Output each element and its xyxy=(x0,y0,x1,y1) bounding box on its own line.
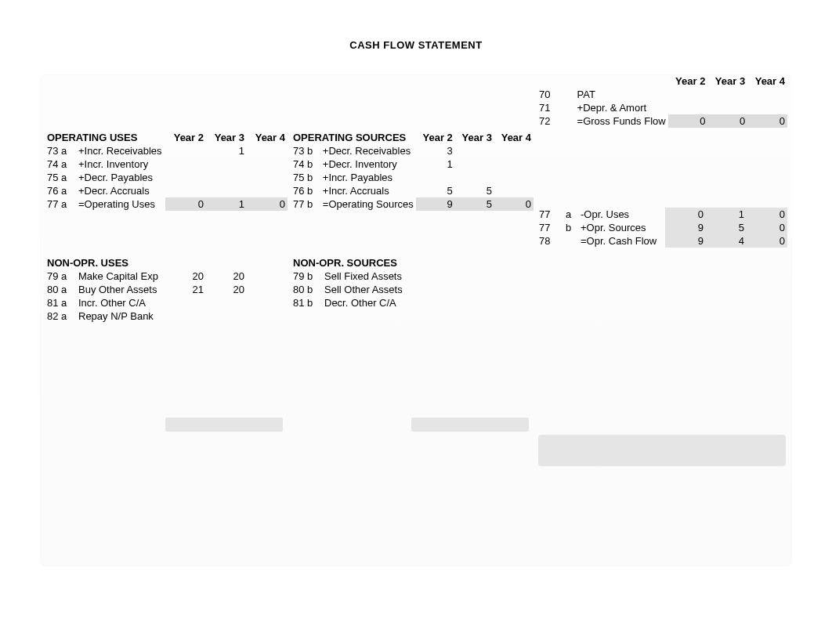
row-label: -Opr. Uses xyxy=(579,208,665,221)
row-sub xyxy=(562,88,576,101)
row-label: +Incr. Payables xyxy=(320,171,416,184)
cell-y4 xyxy=(247,171,288,184)
cell-y4 xyxy=(494,157,534,171)
row-label: =Operating Uses xyxy=(76,197,165,211)
cell-y3 xyxy=(452,283,493,296)
cell-y3 xyxy=(455,144,494,157)
table-row: 78=Opr. Cash Flow940 xyxy=(537,234,787,248)
row-label: Sell Other Assets xyxy=(322,283,411,296)
mid-panel: OPERATING SOURCES Year 2 Year 3 Year 4 7… xyxy=(291,131,534,309)
table-row: 72=Gross Funds Flow000 xyxy=(537,114,787,128)
row-label: +Decr. Payables xyxy=(76,171,165,184)
nonop-uses-table: NON-OPR. USES 79 aMake Capital Exp202080… xyxy=(45,251,288,323)
row-code: 77 xyxy=(537,208,563,221)
row-label: =Operating Sources xyxy=(320,197,416,211)
table-row: 80 bSell Other Assets xyxy=(291,283,534,296)
cell-y4: 0 xyxy=(247,197,288,211)
page-title: CASH FLOW STATEMENT xyxy=(39,39,793,51)
ghost-band xyxy=(538,435,786,466)
table-row: 71+Depr. & Amort xyxy=(537,101,787,114)
operating-sources-table: OPERATING SOURCES Year 2 Year 3 Year 4 7… xyxy=(291,131,534,211)
table-row: 75 a+Decr. Payables xyxy=(45,171,288,184)
cell-y4: 0 xyxy=(747,208,787,221)
row-code: 79 a xyxy=(45,270,76,283)
cell-y3 xyxy=(452,296,493,309)
cell-y2: 0 xyxy=(665,208,706,221)
col-year4: Year 4 xyxy=(747,74,787,88)
cell-y3: 5 xyxy=(455,184,494,197)
cell-y4 xyxy=(494,171,534,184)
row-code: 76 a xyxy=(45,184,76,197)
cell-y4 xyxy=(747,101,787,114)
cell-y4 xyxy=(247,309,288,323)
cell-y2 xyxy=(668,101,708,114)
col-year3: Year 3 xyxy=(206,131,247,144)
row-code: 77 a xyxy=(45,197,76,211)
cell-y2: 9 xyxy=(416,197,455,211)
cell-y3: 20 xyxy=(206,283,247,296)
cell-y2 xyxy=(165,296,206,309)
table-row: 81 bDecr. Other C/A xyxy=(291,296,534,309)
cell-y3: 5 xyxy=(706,221,747,234)
cell-y2 xyxy=(165,157,206,171)
cell-y2 xyxy=(411,283,452,296)
cell-y3: 5 xyxy=(455,197,494,211)
row-label: +Decr. Receivables xyxy=(320,144,416,157)
cell-y2: 9 xyxy=(665,221,706,234)
row-code: 80 b xyxy=(291,283,322,296)
cell-y2 xyxy=(416,171,455,184)
table-row: 79 bSell Fixed Assets xyxy=(291,270,534,283)
row-label: +Decr. Accruals xyxy=(76,184,165,197)
row-code: 82 a xyxy=(45,309,76,323)
cell-y2 xyxy=(165,309,206,323)
cell-y4 xyxy=(493,296,534,309)
nonop-sources-title: NON-OPR. SOURCES xyxy=(291,251,534,270)
cell-y2: 5 xyxy=(416,184,455,197)
col-year3: Year 3 xyxy=(707,74,747,88)
row-label: Repay N/P Bank xyxy=(76,309,165,323)
cell-y3 xyxy=(206,309,247,323)
cell-y4 xyxy=(493,270,534,283)
cell-y2: 1 xyxy=(416,157,455,171)
op-sources-title: OPERATING SOURCES xyxy=(291,131,416,144)
nonop-sources-header: NON-OPR. SOURCES xyxy=(291,251,534,270)
table-row: 79 aMake Capital Exp2020 xyxy=(45,270,288,283)
col-year2: Year 2 xyxy=(416,131,455,144)
col-year4: Year 4 xyxy=(247,131,288,144)
right-ops-table: 77a-Opr. Uses01077b+Opr. Sources95078=Op… xyxy=(537,208,787,248)
cell-y2: 0 xyxy=(668,114,708,128)
cell-y2: 9 xyxy=(665,234,706,248)
cell-y3 xyxy=(206,171,247,184)
cell-y3: 1 xyxy=(206,197,247,211)
cell-y3 xyxy=(206,296,247,309)
row-label: +Incr. Inventory xyxy=(76,157,165,171)
right-panel: Year 2 Year 3 Year 4 70PAT71+Depr. & Amo… xyxy=(537,74,787,248)
cell-y2 xyxy=(165,144,206,157)
col-year3: Year 3 xyxy=(455,131,494,144)
table-row: 77 b=Operating Sources950 xyxy=(291,197,534,211)
cell-y3 xyxy=(452,270,493,283)
cell-y4 xyxy=(494,144,534,157)
cell-y4 xyxy=(747,88,787,101)
statement-sheet: Year 2 Year 3 Year 4 70PAT71+Depr. & Amo… xyxy=(40,74,792,566)
row-label: Buy Other Assets xyxy=(76,283,165,296)
row-code: 81 a xyxy=(45,296,76,309)
cell-y4: 0 xyxy=(747,234,787,248)
row-label: +Depr. & Amort xyxy=(576,101,668,114)
row-label: Decr. Other C/A xyxy=(322,296,411,309)
row-code: 78 xyxy=(537,234,563,248)
cell-y2 xyxy=(411,296,452,309)
cell-y3: 0 xyxy=(707,114,747,128)
cell-y4: 0 xyxy=(747,114,787,128)
cash-flow-statement-page: CASH FLOW STATEMENT Year 2 Year 3 Year 4… xyxy=(0,0,832,613)
row-code: 73 b xyxy=(291,144,320,157)
cell-y3: 4 xyxy=(706,234,747,248)
op-uses-header: OPERATING USES Year 2 Year 3 Year 4 xyxy=(45,131,288,144)
col-year2: Year 2 xyxy=(668,74,708,88)
operating-uses-table: OPERATING USES Year 2 Year 3 Year 4 73 a… xyxy=(45,131,288,211)
cell-y4 xyxy=(247,270,288,283)
ghost-band xyxy=(165,418,283,432)
row-code: 74 a xyxy=(45,157,76,171)
row-sub: a xyxy=(563,208,579,221)
cell-y4 xyxy=(493,283,534,296)
